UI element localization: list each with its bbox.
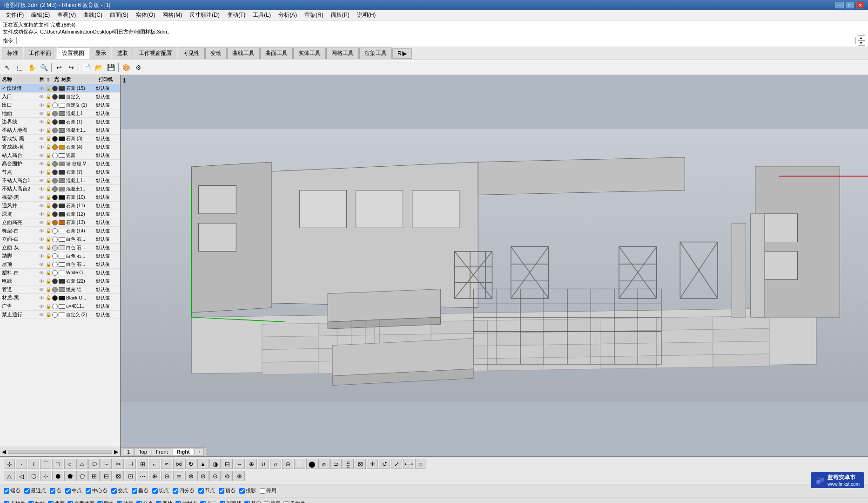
layer-color[interactable] bbox=[52, 178, 58, 184]
tool-match[interactable]: ⋈ bbox=[173, 459, 184, 469]
layer-color[interactable] bbox=[52, 211, 58, 217]
filter-light[interactable]: 灯光 bbox=[136, 500, 153, 503]
layer-color[interactable] bbox=[52, 287, 58, 292]
toolbar-tab-6[interactable]: 可见性 bbox=[178, 48, 205, 59]
layer-lock-icon[interactable]: 🔓 bbox=[46, 178, 52, 183]
layer-lock-icon[interactable]: 🔓 bbox=[46, 203, 52, 208]
layer-vis-icon[interactable]: 👁 bbox=[39, 245, 46, 251]
tool-extend[interactable]: ⊣ bbox=[125, 459, 136, 469]
layer-row[interactable]: 栋架-白👁🔓石膏 (14)默认值 bbox=[0, 227, 120, 235]
tool-v16[interactable]: ⊗ bbox=[185, 471, 196, 481]
snap-perp[interactable]: 垂点 bbox=[132, 487, 148, 494]
filter-ctrl-pt[interactable]: 控制点 bbox=[175, 500, 197, 503]
layer-color[interactable] bbox=[52, 170, 58, 175]
snap-mid[interactable]: 中点 bbox=[65, 487, 82, 494]
layer-row[interactable]: 踏脚👁🔓白色 石...默认值 bbox=[0, 252, 120, 260]
layer-lock-icon[interactable]: 🔓 bbox=[46, 153, 52, 158]
settings-icon[interactable]: ⚙ bbox=[133, 62, 144, 73]
layer-lock-icon[interactable]: 🔓 bbox=[46, 253, 52, 258]
new-icon[interactable]: 📄 bbox=[81, 62, 92, 73]
snap-endpoint[interactable]: 端点 bbox=[4, 487, 20, 494]
tool-sphere[interactable]: ⬤ bbox=[306, 459, 317, 469]
layer-row[interactable]: 管道👁🔓抛光 铝默认值 bbox=[0, 285, 120, 294]
tool-v17[interactable]: ⊘ bbox=[197, 471, 209, 481]
snap-point[interactable]: 点 bbox=[50, 487, 61, 494]
scroll-right-btn[interactable]: ▶ bbox=[114, 449, 118, 455]
tool-box[interactable]: ⬜ bbox=[294, 459, 305, 469]
menu-item-s[interactable]: 曲面(S) bbox=[106, 10, 132, 20]
layer-color[interactable] bbox=[52, 128, 58, 133]
tool-v19[interactable]: ⊚ bbox=[222, 471, 233, 481]
tool-revolve[interactable]: ↻ bbox=[185, 459, 196, 469]
layer-row[interactable]: 站人高台👁🔓瓷器默认值 bbox=[0, 151, 120, 160]
view-tab-front[interactable]: Front bbox=[152, 448, 172, 455]
layer-row[interactable]: 窗成线-黄👁🔓石膏 (4)默认值 bbox=[0, 143, 120, 151]
tool-v10[interactable]: ⊠ bbox=[113, 471, 124, 481]
toolbar-tab-0[interactable]: 标准 bbox=[2, 48, 23, 59]
filter-polysurface[interactable]: 多重曲面 bbox=[67, 500, 94, 503]
tool-cursor[interactable]: ⊹ bbox=[4, 459, 15, 469]
layer-row[interactable]: 电线👁🔓石膏 (22)默认值 bbox=[0, 277, 120, 285]
layer-lock-icon[interactable]: 🔓 bbox=[46, 144, 52, 150]
tool-v7[interactable]: ⬠ bbox=[76, 471, 87, 481]
layer-lock-icon[interactable]: 🔓 bbox=[46, 262, 52, 267]
layer-color[interactable] bbox=[52, 111, 58, 116]
layer-color[interactable] bbox=[52, 203, 58, 209]
layer-lock-icon[interactable]: 🔓 bbox=[46, 220, 52, 225]
layer-row[interactable]: 通风井👁🔓石膏 (11)默认值 bbox=[0, 202, 120, 210]
layer-vis-icon[interactable]: 👁 bbox=[39, 270, 46, 276]
tool-array[interactable]: ⣿ bbox=[343, 459, 354, 469]
layer-vis-icon[interactable]: 👁 bbox=[39, 220, 46, 225]
tool-trim[interactable]: ✂ bbox=[113, 459, 124, 469]
scroll-up-btn[interactable]: ▲ bbox=[858, 35, 865, 41]
layer-row[interactable]: 立面-白👁🔓白色 石...默认值 bbox=[0, 235, 120, 244]
layer-vis-icon[interactable]: 👁 bbox=[39, 128, 46, 133]
tool-freeform[interactable]: ~ bbox=[101, 459, 112, 469]
layer-vis-icon[interactable]: 👁 bbox=[39, 287, 46, 292]
layer-vis-icon[interactable]: 👁 bbox=[39, 253, 46, 259]
tool-network[interactable]: ⊕ bbox=[246, 459, 257, 469]
menu-item-e[interactable]: 编辑(E) bbox=[27, 10, 54, 20]
layer-row[interactable]: 深坑👁🔓石膏 (12)默认值 bbox=[0, 210, 120, 218]
layer-color[interactable] bbox=[52, 195, 58, 200]
layer-lock-icon[interactable]: 🔓 bbox=[46, 94, 52, 99]
tool-v9[interactable]: ⊟ bbox=[101, 471, 112, 481]
view-tab-top[interactable]: Top bbox=[135, 448, 151, 455]
filter-other[interactable]: 其它 bbox=[244, 500, 261, 503]
menu-item-h[interactable]: 说明(H) bbox=[353, 10, 380, 20]
layer-vis-icon[interactable]: 👁 bbox=[39, 211, 46, 217]
tool-v8[interactable]: ⊞ bbox=[88, 471, 100, 481]
tool-boolean-diff[interactable]: ∩ bbox=[270, 459, 281, 469]
toolbar-tab-13[interactable]: Ri▶ bbox=[392, 48, 412, 59]
tool-fillet[interactable]: ⌐ bbox=[149, 459, 160, 469]
tool-v3[interactable]: ⬡ bbox=[28, 471, 39, 481]
layer-lock-icon[interactable]: 🔓 bbox=[46, 237, 52, 242]
filter-block[interactable]: 图块 bbox=[156, 500, 173, 503]
filter-annotation[interactable]: 注解 bbox=[117, 500, 134, 503]
toolbar-tab-7[interactable]: 变动 bbox=[205, 48, 227, 59]
layer-row[interactable]: 材质-黑👁🔓Black O...默认值 bbox=[0, 294, 120, 302]
layer-color[interactable] bbox=[52, 279, 58, 284]
layer-row[interactable]: 不站人高台2👁🔓混凝土1...默认值 bbox=[0, 185, 120, 193]
scroll-left-btn[interactable]: ◀ bbox=[2, 449, 6, 455]
layer-color[interactable] bbox=[52, 153, 58, 158]
undo-icon[interactable]: ↩ bbox=[54, 62, 65, 73]
layer-lock-icon[interactable]: 🔓 bbox=[46, 245, 52, 250]
layer-vis-icon[interactable]: 👁 bbox=[39, 144, 46, 150]
layer-row[interactable]: 立面-灰👁🔓白色 石...默认值 bbox=[0, 244, 120, 252]
filter-disable2[interactable]: 停用 bbox=[264, 500, 281, 503]
menu-item-a[interactable]: 分析(A) bbox=[275, 10, 301, 20]
layer-lock-icon[interactable]: 🔓 bbox=[46, 295, 52, 300]
snap-proj[interactable]: 投影 bbox=[239, 487, 256, 494]
toolbar-tab-9[interactable]: 曲面工具 bbox=[260, 48, 293, 59]
layer-row[interactable]: 节点👁🔓石膏 (7)默认值 bbox=[0, 168, 120, 177]
filter-surface[interactable]: 曲面 bbox=[48, 500, 65, 503]
layer-row[interactable]: 广告👁🔓u=4011...默认值 bbox=[0, 302, 120, 311]
snap-tan[interactable]: 切点 bbox=[152, 487, 169, 494]
layer-color[interactable] bbox=[52, 186, 58, 192]
toolbar-tab-10[interactable]: 实体工具 bbox=[293, 48, 326, 59]
toolbar-tab-12[interactable]: 渲染工具 bbox=[359, 48, 392, 59]
view-tab-right[interactable]: Right bbox=[173, 448, 194, 455]
menu-item-f[interactable]: 文件(F) bbox=[2, 10, 27, 20]
tool-extrude[interactable]: ▲ bbox=[197, 459, 209, 469]
